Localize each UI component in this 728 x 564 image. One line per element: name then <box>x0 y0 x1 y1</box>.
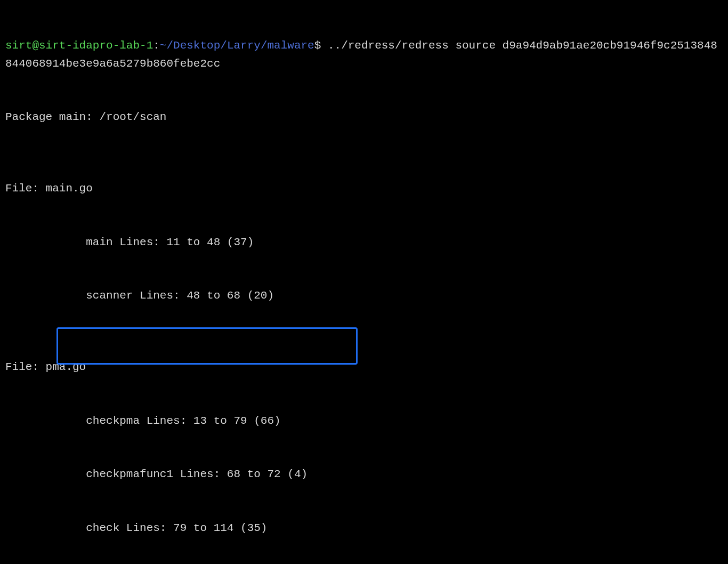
file-header: File: pma.go <box>5 358 723 376</box>
func-line: checkpmafunc1 Lines: 68 to 72 (4) <box>5 465 723 484</box>
func-line: scanner Lines: 48 to 68 (20) <box>5 287 723 305</box>
func-line: checkpma Lines: 13 to 79 (66) <box>5 412 723 430</box>
prompt-cwd: ~/Desktop/Larry/malware <box>160 39 314 52</box>
file-header: File: main.go <box>5 180 723 198</box>
prompt-line: sirt@sirt-idapro-lab-1:~/Desktop/Larry/m… <box>5 37 723 72</box>
prompt-sep1: : <box>153 39 160 52</box>
prompt-sep2: $ <box>314 39 328 52</box>
package-line: Package main: /root/scan <box>5 108 723 126</box>
terminal-output[interactable]: sirt@sirt-idapro-lab-1:~/Desktop/Larry/m… <box>0 0 728 564</box>
func-line: main Lines: 11 to 48 (37) <box>5 233 723 252</box>
func-line: check Lines: 79 to 114 (35) <box>5 519 723 537</box>
prompt-user-host: sirt@sirt-idapro-lab-1 <box>5 39 153 52</box>
